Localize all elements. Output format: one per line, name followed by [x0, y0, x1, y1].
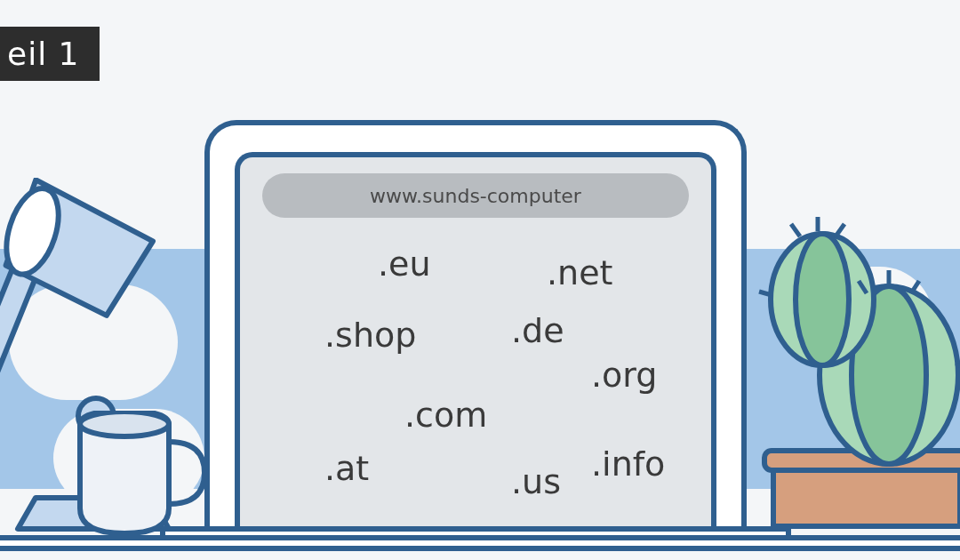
tld-label: .com — [404, 396, 487, 435]
svg-point-4 — [80, 412, 169, 436]
tld-label: .us — [511, 462, 561, 501]
laptop-screen: www.sunds-computer .eu.net.shop.de.org.c… — [235, 152, 716, 533]
part-badge: eil 1 — [0, 27, 100, 81]
tld-label: .eu — [378, 244, 431, 284]
laptop-icon: www.sunds-computer .eu.net.shop.de.org.c… — [204, 120, 747, 533]
tld-label: .at — [324, 449, 369, 488]
tld-cloud: .eu.net.shop.de.org.com.at.us.info — [262, 218, 689, 520]
laptop-lid: www.sunds-computer .eu.net.shop.de.org.c… — [204, 120, 747, 533]
svg-line-11 — [791, 224, 800, 236]
svg-point-9 — [796, 234, 849, 365]
desk-surface — [0, 535, 960, 551]
svg-line-12 — [836, 224, 844, 236]
coffee-mug-icon — [71, 411, 204, 535]
part-badge-label: eil 1 — [7, 36, 80, 72]
cactus-icon — [756, 206, 960, 535]
tld-label: .de — [511, 311, 564, 350]
address-bar-text: www.sunds-computer — [370, 185, 581, 207]
tld-label: .info — [591, 444, 665, 484]
tld-label: .shop — [324, 316, 416, 355]
tld-label: .net — [547, 253, 612, 292]
address-bar[interactable]: www.sunds-computer — [262, 173, 689, 218]
tld-label: .org — [591, 356, 657, 395]
